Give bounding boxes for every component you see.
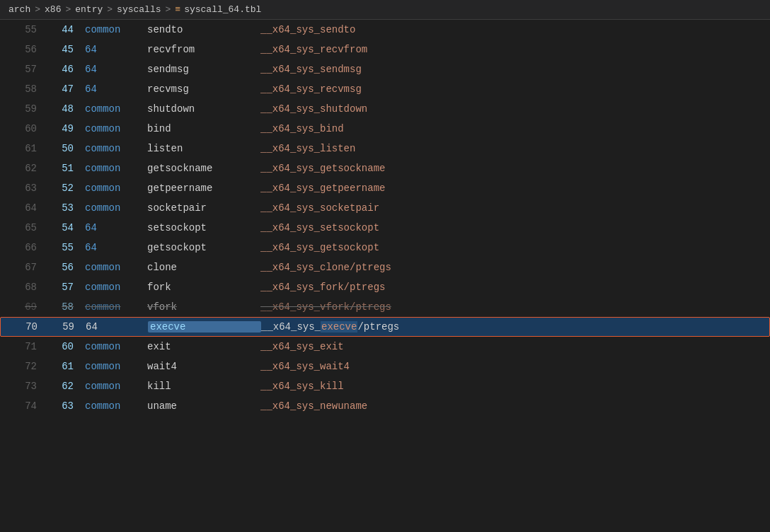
line-number: 70 — [12, 321, 38, 332]
abi-field: common — [85, 341, 142, 352]
table-row[interactable]: 57 46 64 sendmsg __x64_sys_sendmsg — [0, 59, 770, 79]
syscall-name: fork — [147, 282, 260, 293]
entry-point: __x64_sys_bind — [260, 123, 759, 134]
abi-field: common — [85, 361, 142, 372]
table-row[interactable]: 69 58 common vfork __x64_sys_vfork/ptreg… — [0, 297, 770, 317]
syscall-name: execve — [148, 321, 261, 332]
line-number: 65 — [11, 222, 37, 233]
filename[interactable]: syscall_64.tbl — [184, 4, 261, 15]
line-number: 56 — [11, 44, 37, 55]
line-number: 64 — [11, 202, 37, 214]
syscall-number: 44 — [48, 24, 74, 35]
syscall-number: 48 — [48, 103, 74, 115]
table-row[interactable]: 67 56 common clone __x64_sys_clone/ptreg… — [0, 258, 770, 277]
abi-field: common — [85, 163, 142, 174]
line-number: 68 — [11, 282, 37, 293]
entry-point: __x64_sys_vfork/ptregs — [260, 301, 759, 313]
syscall-name: bind — [147, 123, 260, 134]
syscall-number: 45 — [48, 44, 74, 55]
entry-point: __x64_sys_newuname — [260, 400, 759, 412]
syscall-number: 59 — [49, 321, 74, 332]
syscall-name: wait4 — [147, 361, 260, 372]
breadcrumb-file: ≡ syscall_64.tbl — [175, 4, 261, 15]
abi-field: common — [85, 400, 142, 412]
syscall-name: kill — [147, 381, 260, 392]
entry-point: __x64_sys_fork/ptregs — [260, 282, 759, 293]
line-number: 74 — [11, 400, 37, 412]
entry-point: __x64_sys_getsockname — [260, 163, 759, 174]
table-row[interactable]: 72 61 common wait4 __x64_sys_wait4 — [0, 357, 770, 376]
entry-point: __x64_sys_kill — [260, 381, 759, 392]
entry-point: __x64_sys_sendmsg — [260, 64, 759, 75]
entry-point: __x64_sys_execve/ptregs — [261, 321, 758, 332]
table-row[interactable]: 56 45 64 recvfrom __x64_sys_recvfrom — [0, 40, 770, 59]
table-row[interactable]: 73 62 common kill __x64_sys_kill — [0, 376, 770, 396]
line-number: 73 — [11, 381, 37, 392]
sep-1: > — [35, 4, 40, 15]
entry-point: __x64_sys_getsockopt — [260, 242, 759, 253]
abi-field: common — [85, 24, 142, 35]
syscall-name: setsockopt — [147, 222, 260, 233]
syscall-name: shutdown — [147, 103, 260, 115]
syscall-name: clone — [147, 262, 260, 273]
abi-field: 64 — [85, 64, 142, 75]
table-row[interactable]: 68 57 common fork __x64_sys_fork/ptregs — [0, 277, 770, 297]
abi-field: common — [85, 282, 142, 293]
table-row[interactable]: 58 47 64 recvmsg __x64_sys_recvmsg — [0, 79, 770, 99]
syscall-number: 50 — [48, 143, 74, 154]
sep-4: > — [166, 4, 171, 15]
abi-field: 64 — [85, 222, 142, 233]
entry-point: __x64_sys_getpeername — [260, 183, 759, 194]
sep-3: > — [107, 4, 113, 15]
table-row[interactable]: 59 48 common shutdown __x64_sys_shutdown — [0, 99, 770, 119]
syscall-number: 58 — [48, 301, 74, 313]
syscall-name: sendmsg — [147, 64, 260, 75]
abi-field: 64 — [85, 44, 142, 55]
line-number: 63 — [11, 183, 37, 194]
syscall-number: 60 — [48, 341, 74, 352]
syscall-name: uname — [147, 400, 260, 412]
syscall-name: exit — [147, 341, 260, 352]
abi-field: common — [85, 381, 142, 392]
line-number: 67 — [11, 262, 37, 273]
table-row[interactable]: 74 63 common uname __x64_sys_newuname — [0, 396, 770, 416]
table-row[interactable]: 62 51 common getsockname __x64_sys_getso… — [0, 158, 770, 178]
sep-2: > — [65, 4, 71, 15]
syscall-name: getsockopt — [147, 242, 260, 253]
table-row[interactable]: 61 50 common listen __x64_sys_listen — [0, 139, 770, 158]
syscall-name: getpeername — [147, 183, 260, 194]
syscall-number: 51 — [48, 163, 74, 174]
line-number: 72 — [11, 361, 37, 372]
abi-field: 64 — [86, 321, 142, 332]
table-row[interactable]: 65 54 64 setsockopt __x64_sys_setsockopt — [0, 218, 770, 238]
table-row[interactable]: 64 53 common socketpair __x64_sys_socket… — [0, 198, 770, 218]
table-row[interactable]: 66 55 64 getsockopt __x64_sys_getsockopt — [0, 238, 770, 258]
line-number: 69 — [11, 301, 37, 313]
entry-point: __x64_sys_socketpair — [260, 202, 759, 214]
abi-field: common — [85, 123, 142, 134]
line-number: 55 — [11, 24, 37, 35]
line-number: 62 — [11, 163, 37, 174]
code-container: 55 44 common sendto __x64_sys_sendto 56 … — [0, 20, 770, 529]
line-number: 71 — [11, 341, 37, 352]
abi-field: common — [85, 262, 142, 273]
entry-point: __x64_sys_shutdown — [260, 103, 759, 115]
syscall-number: 62 — [48, 381, 74, 392]
table-row[interactable]: 55 44 common sendto __x64_sys_sendto — [0, 20, 770, 40]
table-row[interactable]: 71 60 common exit __x64_sys_exit — [0, 337, 770, 357]
syscall-name: vfork — [147, 301, 260, 313]
table-row[interactable]: 63 52 common getpeername __x64_sys_getpe… — [0, 178, 770, 198]
syscall-number: 46 — [48, 64, 74, 75]
table-row[interactable]: 70 59 64 execve __x64_sys_execve/ptregs — [0, 317, 770, 337]
table-row[interactable]: 60 49 common bind __x64_sys_bind — [0, 119, 770, 139]
entry-point: __x64_sys_exit — [260, 341, 759, 352]
line-number: 66 — [11, 242, 37, 253]
breadcrumb-entry[interactable]: entry — [75, 4, 103, 15]
abi-field: common — [85, 183, 142, 194]
breadcrumb-syscalls[interactable]: syscalls — [117, 4, 161, 15]
syscall-number: 57 — [48, 282, 74, 293]
breadcrumb-x86[interactable]: x86 — [45, 4, 61, 15]
breadcrumb-arch[interactable]: arch — [8, 4, 30, 15]
entry-point: __x64_sys_setsockopt — [260, 222, 759, 233]
syscall-name: getsockname — [147, 163, 260, 174]
